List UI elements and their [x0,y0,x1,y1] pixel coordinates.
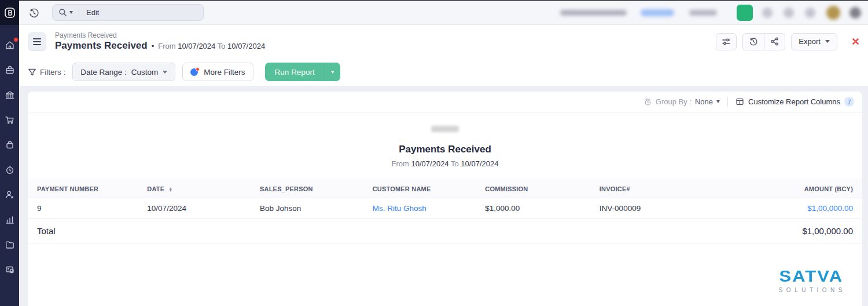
col-invoice[interactable]: INVOICE# [590,180,729,198]
report-settings-button[interactable] [716,33,737,50]
satva-logo: SATVA SOLUTIONS [777,268,846,293]
cell-payment-number: 9 [28,198,138,219]
recent-history-button[interactable] [27,6,40,19]
table-row: 9 10/07/2024 Bob Johson Ms. Ritu Ghosh $… [28,198,862,219]
run-report-button[interactable]: Run Report [265,63,325,81]
report-history-button[interactable] [743,33,764,50]
header-actions: Export ✕ [716,33,860,50]
sidebar-item-documents[interactable] [4,264,16,275]
total-label: Total [28,219,138,243]
blurred-icon-3[interactable] [805,8,815,18]
topbar [19,0,868,25]
blurred-org-text [560,10,627,16]
bag-icon [5,140,15,150]
date-range-dropdown[interactable]: Date Range : Custom [72,63,175,81]
group-by-dropdown[interactable]: Group By : None [643,97,720,106]
sidebar-item-reports[interactable] [4,214,16,225]
sidebar-nav [0,25,19,275]
blurred-icon-1[interactable] [762,8,773,18]
export-label: Export [799,37,821,46]
time-icon [5,165,15,175]
search-icon [58,8,67,17]
sidebar-item-purchases[interactable] [4,139,16,151]
more-filters-label: More Filters [204,68,245,76]
page-title: Payments Received [55,40,148,52]
sidebar-item-items[interactable] [4,64,16,76]
run-report-split-button: Run Report [265,63,340,81]
sidebar-item-home[interactable] [4,39,16,51]
share-report-button[interactable] [764,33,785,50]
home-icon [5,40,15,50]
customize-columns-label: Customize Report Columns [748,97,840,106]
sidebar-item-customers[interactable] [4,189,16,201]
report-title-block: Payments Received From 10/07/2024 To 10/… [28,126,862,168]
col-amount[interactable]: AMOUNT (BCY) [729,180,862,198]
sidebar-item-folders[interactable] [4,239,16,250]
sliders-icon [722,37,731,46]
more-filters-button[interactable]: More Filters [182,63,253,81]
filter-funnel-icon [28,68,36,76]
group-by-icon [643,97,652,106]
search-input[interactable] [86,8,173,17]
col-sales-person[interactable]: SALES_PERSON [251,180,363,198]
app-window: Payments Received Payments Received • Fr… [0,0,868,306]
date-range-value: Custom [131,68,159,76]
reports-icon [5,214,15,225]
history-share-group [742,33,785,50]
global-search[interactable] [52,4,204,21]
zoho-books-logo[interactable] [0,0,19,25]
breadcrumb: Payments Received [55,31,265,39]
share-icon [770,37,779,46]
blurred-icon-2[interactable] [784,8,794,18]
group-by-caret-icon [716,100,720,103]
export-button[interactable]: Export [791,33,837,50]
report-card: Group By : None Customize Report Columns… [28,92,862,306]
documents-icon [5,264,15,275]
amount-link[interactable]: $1,00,000.00 [807,204,853,213]
blurred-menu-text[interactable] [689,10,717,16]
page: Payments Received Payments Received • Fr… [19,25,868,306]
date-range-caret-icon [163,71,167,74]
card-toolbar: Group By : None Customize Report Columns… [28,92,862,112]
main-area: Group By : None Customize Report Columns… [19,86,868,306]
satva-logo-subtext: SOLUTIONS [777,287,846,293]
sidebar-item-time[interactable] [4,164,16,176]
package-icon [5,65,15,75]
col-customer-name[interactable]: CUSTOMER NAME [363,180,476,198]
notification-dot [13,37,19,42]
search-divider [79,8,79,17]
cell-customer-name: Ms. Ritu Ghosh [363,198,476,219]
filters-row: Filters : Date Range : Custom More Filte… [19,58,868,86]
run-report-caret-button[interactable] [325,63,340,81]
cell-amount: $1,00,000.00 [729,198,862,219]
sort-icon[interactable]: ▲▼ [169,187,173,192]
blurred-company-name [431,126,459,132]
blurred-icon-4[interactable] [849,7,861,19]
customer-link[interactable]: Ms. Ritu Ghosh [373,204,426,213]
col-payment-number[interactable]: PAYMENT NUMBER [28,180,138,198]
apps-green-button[interactable] [737,5,753,21]
customize-columns-button[interactable]: Customize Report Columns 7 [735,97,854,107]
search-scope-caret-icon[interactable] [69,11,73,14]
sidebar-item-banking[interactable] [4,89,16,101]
title-date-range: From 10/07/2024 To 10/07/2024 [158,42,265,50]
cell-commission: $1,000.00 [476,198,590,219]
export-caret-icon [825,40,830,43]
total-amount: $1,00,000.00 [729,219,862,243]
cell-sales-person: Bob Johson [251,198,363,219]
blurred-link[interactable] [641,9,674,16]
report-header: Payments Received Payments Received • Fr… [19,25,868,58]
collapse-menu-button[interactable] [28,32,46,51]
col-commission[interactable]: COMMISSION [476,180,590,198]
table-header-row: PAYMENT NUMBER DATE ▲▼ SALES_PERSON CUST… [28,180,862,198]
group-by-label: Group By : [656,97,692,106]
col-date[interactable]: DATE ▲▼ [138,180,251,198]
report-table: PAYMENT NUMBER DATE ▲▼ SALES_PERSON CUST… [28,180,862,243]
close-report-button[interactable]: ✕ [851,35,860,48]
sidebar-item-sales[interactable] [4,114,16,126]
avatar[interactable] [826,6,840,20]
refresh-history-icon [749,37,758,46]
sidebar [0,0,19,306]
filters-label: Filters : [28,68,65,76]
topbar-right-cluster [560,0,862,25]
